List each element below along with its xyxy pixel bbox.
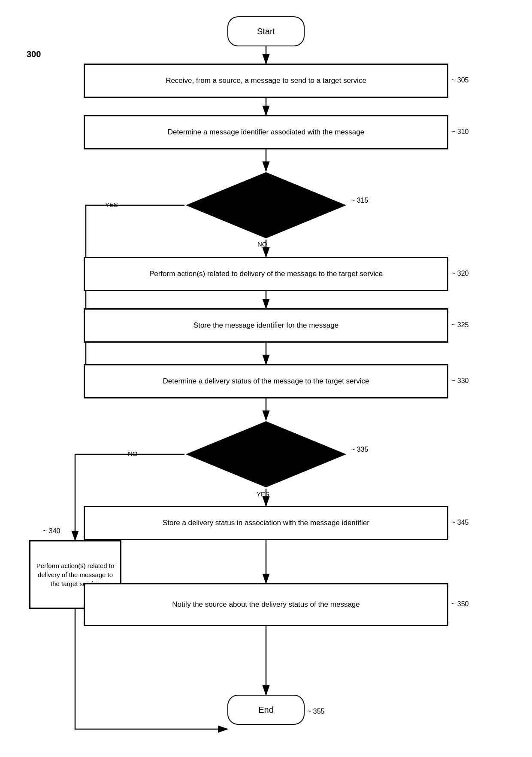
end-terminal: End	[227, 695, 305, 725]
step-305-box: Receive, from a source, a message to sen…	[84, 64, 448, 98]
step-305-ref: ~ 305	[451, 76, 469, 84]
step-330-box: Determine a delivery status of the messa…	[84, 364, 448, 398]
step-345-ref: ~ 345	[451, 519, 469, 526]
step-355-ref: ~ 355	[307, 708, 324, 715]
start-terminal: Start	[227, 16, 305, 46]
diamond-315-text: Hasthe messagebeen previously sent tothe…	[206, 179, 326, 232]
diamond-315-no-label: NO	[257, 240, 267, 248]
diamond-335-wrapper: Hasacknowledgement fordelivery of the me…	[184, 420, 348, 489]
step-310-box: Determine a message identifier associate…	[84, 115, 448, 149]
step-325-ref: ~ 325	[451, 321, 469, 329]
step-325-box: Store the message identifier for the mes…	[84, 308, 448, 343]
step-320-ref: ~ 320	[451, 270, 469, 277]
step-330-ref: ~ 330	[451, 377, 469, 385]
step-310-ref: ~ 310	[451, 128, 469, 136]
step-350-ref: ~ 350	[451, 600, 469, 608]
flowchart-diagram: 300 Start Receive, from a source, a mess…	[0, 0, 532, 757]
step-340-ref: ~ 340	[43, 527, 60, 535]
step-320-box: Perform action(s) related to delivery of…	[84, 257, 448, 291]
step-315-ref: ~ 315	[351, 197, 368, 204]
diamond-335-yes-label: YES	[257, 490, 269, 498]
diamond-335-text: Hasacknowledgement fordelivery of the me…	[206, 426, 326, 483]
figure-label: 300	[27, 49, 41, 59]
diamond-315-yes-label: YES	[105, 201, 118, 208]
diamond-335-no-label: NO	[128, 450, 138, 457]
diamond-315-wrapper: Hasthe messagebeen previously sent tothe…	[184, 171, 348, 240]
step-345-box: Store a delivery status in association w…	[84, 506, 448, 540]
step-350-box: Notify the source about the delivery sta…	[84, 583, 448, 626]
step-335-ref: ~ 335	[351, 446, 368, 453]
